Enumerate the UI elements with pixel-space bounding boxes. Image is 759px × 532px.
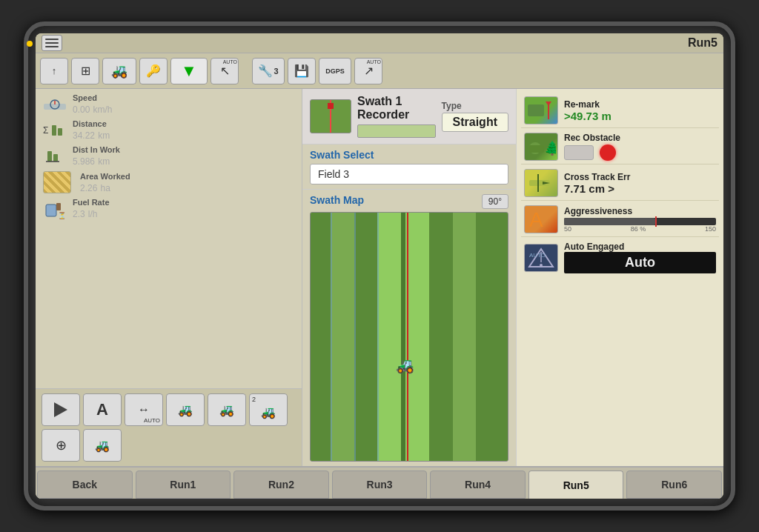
degree-badge[interactable]: 90° [482, 194, 508, 209]
down-arrow-btn[interactable]: ▼ [170, 58, 208, 84]
back-tab[interactable]: Back [37, 471, 133, 499]
type-value[interactable]: Straight [442, 113, 508, 132]
auto-engaged-svg: AUTO [526, 246, 556, 270]
tractor4-button[interactable]: 🚜 [83, 429, 122, 462]
area-worked-icon [43, 171, 71, 193]
dist-work-text: Dist In Work 5.986 km [73, 145, 120, 167]
cursor-btn[interactable]: ↖ AUTO [211, 58, 239, 84]
fuel-rate-stat: ⏳ Fuel Rate 2.3 l/h [43, 198, 294, 219]
cross-track-svg [526, 171, 556, 195]
up-scroll-btn[interactable]: ↑ [40, 58, 68, 84]
run5-tab[interactable]: Run5 [528, 471, 624, 499]
key-btn[interactable]: 🔑 [139, 58, 168, 84]
svg-rect-4 [52, 125, 56, 136]
play-button[interactable] [42, 393, 80, 426]
led-indicator [27, 41, 33, 47]
swath-thumb [310, 99, 351, 133]
speed-value: 0.00 km/h [73, 102, 113, 115]
type-label: Type [442, 101, 462, 111]
run6-tab[interactable]: Run6 [626, 471, 722, 499]
remark-icon [524, 96, 558, 124]
nav-btn[interactable]: ↗ AUTO [354, 58, 382, 84]
dist-work-stat: Dist In Work 5.986 km [43, 145, 294, 167]
swath-section: Swath 1 Recorder Type Straight Swath Sel… [302, 89, 516, 466]
menu-line [45, 42, 59, 44]
swath-recorder-title: Swath 1 Recorder [357, 95, 436, 122]
font-a-button[interactable]: A [83, 393, 122, 426]
aggressiveness-icon: A [524, 205, 558, 233]
swath-select-box[interactable]: Field 3 [310, 164, 508, 184]
swath-select-section: Swath Select Field 3 [302, 144, 516, 190]
auto-engaged-title: Auto Engaged [564, 242, 716, 252]
aggr-item: A Aggressiveness 50 86 [521, 202, 719, 237]
run4-tab[interactable]: Run4 [430, 471, 526, 499]
down-arrow-green-icon: ▼ [181, 61, 197, 81]
aggr-content: Aggressiveness 50 86 % 150 [564, 206, 716, 233]
nav-icon: ↗ [364, 64, 374, 78]
tractor-field-btn[interactable]: 🚜 [102, 58, 136, 84]
swath-map-title: Swath Map [310, 194, 364, 206]
crosshair-button[interactable]: ⊕ [42, 429, 80, 462]
tractor2-icon: 🚜 [219, 403, 234, 417]
speed-label: Speed [73, 93, 113, 102]
aggr-value: 86 % [631, 225, 646, 233]
run3-tab[interactable]: Run3 [332, 471, 428, 499]
tractor2-button[interactable]: 🚜 [208, 393, 246, 426]
distance-value: 34.22 km [73, 128, 110, 141]
dist-work-svg [43, 148, 67, 164]
svg-text:A: A [529, 208, 543, 231]
svg-text:Σ: Σ [43, 125, 48, 136]
remark-item: Re-mark >49.73 m [521, 93, 719, 128]
aggr-bar[interactable] [564, 218, 716, 225]
toolbar: ↑ ⊞ 🚜 🔑 ▼ ↖ AUTO 🔧 3 [36, 53, 723, 89]
speed-stat: Speed 0.00 km/h [43, 93, 294, 115]
tractor-field-icon: 🚜 [111, 63, 127, 79]
wrench-icon: 🔧 [258, 64, 273, 78]
tractor1-button[interactable]: 🚜 [166, 393, 205, 426]
auto-engaged-icon: AUTO [524, 244, 558, 272]
distance-label: Distance [73, 119, 110, 128]
remark-title: Re-mark [564, 99, 716, 110]
obstacle-svg: 🌲 [526, 135, 556, 159]
obstacle-title: Rec Obstacle [564, 133, 716, 143]
obstacle-item[interactable]: 🌲 Rec Obstacle [521, 130, 719, 164]
area-worked-value: 2.26 ha [80, 181, 130, 193]
cursor-icon: ↖ [220, 64, 230, 78]
grid-icon: ⊞ [81, 64, 90, 78]
play-icon [54, 402, 67, 417]
left-panel: Speed 0.00 km/h Σ [36, 89, 302, 466]
swath-recorder-bar[interactable] [357, 124, 436, 138]
grid-btn[interactable]: ⊞ [71, 58, 99, 84]
menu-line [45, 39, 59, 40]
usb-btn[interactable]: 💾 [288, 58, 316, 84]
cross-track-icon [524, 169, 558, 197]
svg-rect-7 [53, 154, 58, 162]
menu-button[interactable] [42, 35, 62, 51]
obstacle-content: Rec Obstacle [564, 133, 716, 161]
usb-icon: 💾 [294, 64, 309, 78]
tractor-num2-button[interactable]: 2 🚜 [249, 393, 288, 426]
svg-point-23 [540, 264, 543, 267]
svg-rect-12 [528, 104, 544, 116]
auto-engaged-value: Auto [564, 252, 716, 273]
distance-icon: Σ [43, 122, 67, 139]
aggr-title: Aggressiveness [564, 206, 716, 216]
wrench-num: 3 [274, 67, 278, 76]
up-arrow-icon: ↑ [52, 65, 57, 76]
auto-badge2-label: AUTO [367, 59, 381, 64]
wrench-btn[interactable]: 🔧 3 [252, 58, 285, 84]
area-worked-stat: Area Worked 2.26 ha [43, 171, 294, 193]
stats-panel: Speed 0.00 km/h Σ [36, 89, 302, 388]
auto-engaged-content: Auto Engaged Auto [564, 242, 716, 273]
type-section: Type Straight [442, 101, 508, 132]
run1-tab[interactable]: Run1 [136, 471, 231, 499]
title-bar: Run5 [36, 33, 723, 53]
remark-svg [526, 99, 556, 122]
arrows-button[interactable]: ↔ AUTO [125, 393, 163, 426]
run2-tab[interactable]: Run2 [233, 471, 329, 499]
dgps-btn[interactable]: DGPS [319, 58, 351, 84]
svg-rect-5 [58, 128, 62, 136]
swath-map[interactable]: 🚜 [310, 212, 508, 462]
main-content: Speed 0.00 km/h Σ [36, 89, 723, 466]
info-panel: Re-mark >49.73 m 🌲 Rec Obstacle [516, 89, 723, 466]
